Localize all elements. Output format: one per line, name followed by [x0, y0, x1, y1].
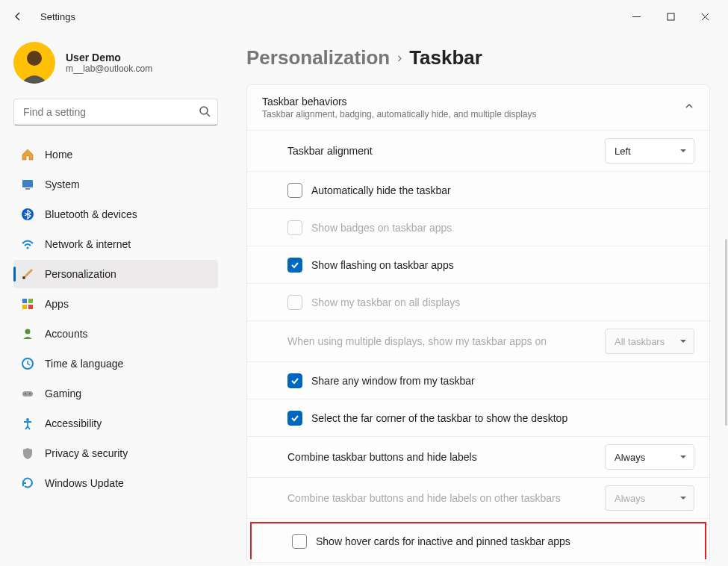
svg-point-15: [25, 394, 26, 395]
section-title: Taskbar behaviors: [262, 96, 537, 108]
row-label: Combine taskbar buttons and hide labels: [287, 451, 477, 463]
accessibility-icon: [21, 417, 34, 430]
svg-rect-11: [28, 305, 33, 309]
multidisp-select: All taskbars: [605, 329, 694, 354]
alignment-select[interactable]: Left: [605, 138, 694, 164]
row-label: Show hover cards for inactive and pinned…: [316, 535, 570, 547]
apps-icon: [21, 297, 34, 311]
sidebar-item-apps[interactable]: Apps: [13, 290, 218, 318]
sidebar-item-bluetooth[interactable]: Bluetooth & devices: [13, 200, 218, 228]
svg-rect-8: [22, 299, 27, 303]
person-icon: [21, 327, 34, 340]
maximize-icon: [667, 13, 675, 21]
breadcrumb: Personalization › Taskbar: [246, 46, 710, 69]
sidebar-item-label: Windows Update: [45, 477, 124, 489]
titlebar: Settings: [0, 0, 728, 33]
svg-rect-0: [668, 13, 674, 20]
svg-point-1: [27, 51, 42, 66]
alldisplays-checkbox: [287, 295, 302, 310]
sidebar-item-label: Accounts: [45, 328, 88, 340]
row-label: Show my taskbar on all displays: [311, 296, 460, 308]
shield-icon: [21, 447, 34, 460]
svg-point-2: [200, 107, 208, 114]
sidebar-item-privacy[interactable]: Privacy & security: [13, 439, 218, 467]
flashing-checkbox[interactable]: [287, 258, 302, 273]
maximize-button[interactable]: [653, 4, 688, 28]
sidebar-item-update[interactable]: Windows Update: [13, 469, 218, 497]
brush-icon: [21, 267, 34, 281]
combineother-select: Always: [605, 485, 694, 511]
row-label: Select the far corner of the taskbar to …: [311, 412, 567, 424]
sidebar-item-system[interactable]: System: [13, 170, 218, 199]
share-checkbox[interactable]: [287, 373, 302, 388]
svg-point-7: [22, 276, 25, 279]
user-email: m__lab@outlook.com: [66, 63, 152, 74]
autohide-checkbox[interactable]: [287, 183, 302, 198]
svg-point-6: [27, 247, 29, 249]
window-title: Settings: [40, 11, 75, 22]
user-block[interactable]: User Demo m__lab@outlook.com: [13, 42, 218, 84]
sidebar-item-label: Home: [45, 149, 72, 161]
row-label: Taskbar alignment: [287, 145, 373, 157]
sidebar-item-label: Time & language: [45, 358, 123, 370]
hovercards-checkbox[interactable]: [292, 534, 307, 549]
clock-icon: [21, 357, 34, 370]
row-badges: Show badges on taskbar apps: [247, 209, 709, 246]
close-button[interactable]: [688, 4, 722, 28]
svg-point-16: [29, 394, 31, 395]
row-share: Share any window from my taskbar: [247, 362, 709, 399]
sidebar-item-network[interactable]: Network & internet: [13, 230, 218, 258]
wifi-icon: [21, 237, 34, 251]
row-label: When using multiple displays, show my ta…: [287, 335, 547, 347]
sidebar-item-accounts[interactable]: Accounts: [13, 320, 218, 348]
back-button[interactable]: [6, 4, 30, 28]
badges-checkbox: [287, 220, 302, 235]
close-icon: [701, 13, 709, 21]
svg-rect-14: [22, 391, 33, 396]
minimize-button[interactable]: [619, 4, 653, 28]
sidebar-item-personalization[interactable]: Personalization: [13, 260, 218, 288]
svg-point-17: [26, 418, 29, 421]
system-icon: [21, 178, 34, 191]
search-icon: [199, 105, 211, 120]
window-controls: [619, 4, 722, 28]
card-header[interactable]: Taskbar behaviors Taskbar alignment, bad…: [247, 85, 709, 131]
sidebar-item-label: Gaming: [45, 388, 81, 399]
sidebar-item-label: Network & internet: [45, 238, 131, 250]
update-icon: [21, 476, 34, 490]
sidebar-item-label: Apps: [45, 298, 69, 310]
sidebar-item-time[interactable]: Time & language: [13, 349, 218, 378]
row-hovercards: Show hover cards for inactive and pinned…: [250, 522, 706, 559]
sidebar-item-label: Accessibility: [45, 417, 102, 429]
sidebar-item-gaming[interactable]: Gaming: [13, 379, 218, 408]
row-label: Show flashing on taskbar apps: [311, 259, 454, 271]
svg-rect-10: [22, 305, 27, 309]
search-input[interactable]: [13, 99, 218, 125]
row-multidisp: When using multiple displays, show my ta…: [247, 321, 709, 362]
sidebar: User Demo m__lab@outlook.com Home System…: [0, 33, 231, 566]
section-subtitle: Taskbar alignment, badging, automaticall…: [262, 109, 537, 119]
sidebar-item-accessibility[interactable]: Accessibility: [13, 409, 218, 438]
breadcrumb-parent[interactable]: Personalization: [246, 46, 390, 69]
row-combine: Combine taskbar buttons and hide labels …: [247, 437, 709, 478]
avatar: [13, 42, 55, 84]
arrow-left-icon: [12, 10, 24, 22]
row-autohide: Automatically hide the taskbar: [247, 172, 709, 209]
row-farcorner: Select the far corner of the taskbar to …: [247, 399, 709, 437]
home-icon: [21, 148, 34, 161]
scrollbar[interactable]: [725, 239, 727, 426]
gamepad-icon: [21, 387, 34, 400]
breadcrumb-current: Taskbar: [409, 46, 482, 69]
sidebar-item-label: System: [45, 178, 80, 190]
svg-rect-3: [22, 180, 33, 187]
sidebar-item-home[interactable]: Home: [13, 140, 218, 169]
row-label: Share any window from my taskbar: [311, 375, 475, 387]
row-alldisplays: Show my taskbar on all displays: [247, 284, 709, 321]
sidebar-item-label: Privacy & security: [45, 447, 128, 459]
combine-select[interactable]: Always: [605, 444, 694, 470]
row-alignment: Taskbar alignment Left: [247, 131, 709, 172]
svg-rect-4: [25, 188, 30, 190]
farcorner-checkbox[interactable]: [287, 411, 302, 426]
main-content: Personalization › Taskbar Taskbar behavi…: [231, 33, 728, 566]
row-flashing: Show flashing on taskbar apps: [247, 246, 709, 284]
